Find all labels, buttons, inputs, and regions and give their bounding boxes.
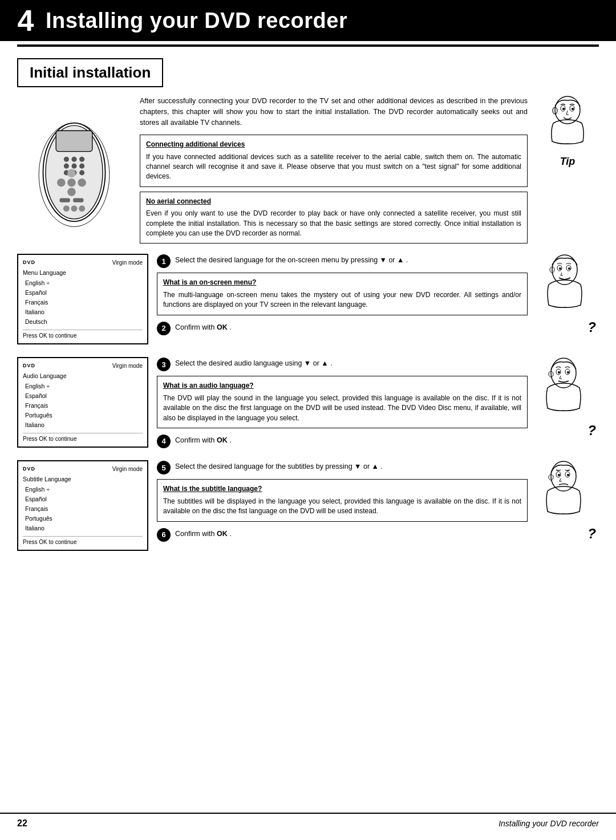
question-mark-2: ? bbox=[536, 423, 599, 439]
tip-area: Tip bbox=[536, 96, 599, 248]
screen1-lang-francais: Français bbox=[25, 298, 143, 307]
screen1-footer: Press OK to continue bbox=[23, 330, 143, 339]
tip-character-icon bbox=[542, 96, 593, 153]
connecting-devices-box: Connecting additional devices If you hav… bbox=[140, 135, 528, 187]
what-is-onscreen-text: The multi-language on-screen menu takes … bbox=[163, 290, 521, 310]
steps-section-2: DVD Virgin mode Audio Language English E… bbox=[17, 357, 599, 455]
header-underline bbox=[17, 44, 599, 47]
screen3-lang-italiano: Italiano bbox=[25, 524, 143, 533]
svg-point-8 bbox=[79, 163, 84, 168]
svg-point-21 bbox=[79, 205, 85, 212]
svg-point-7 bbox=[71, 163, 76, 168]
step-2-number: 2 bbox=[157, 322, 171, 335]
remote-illustration-area bbox=[17, 96, 131, 248]
svg-rect-2 bbox=[56, 131, 92, 151]
main-content: Initial installation bbox=[0, 58, 616, 558]
screen2-language-list: English Español Français Português Itali… bbox=[23, 382, 143, 429]
svg-point-32 bbox=[559, 267, 561, 270]
svg-point-45 bbox=[567, 474, 569, 476]
what-is-onscreen-box: What is an on-screen menu? The multi-lan… bbox=[157, 273, 528, 315]
screen2-lang-portugues: Português bbox=[25, 411, 143, 420]
step-5-number: 5 bbox=[157, 461, 171, 474]
svg-point-11 bbox=[79, 170, 84, 175]
svg-point-16 bbox=[67, 169, 76, 177]
svg-point-19 bbox=[63, 205, 70, 212]
character-1-icon bbox=[536, 254, 590, 316]
svg-point-14 bbox=[78, 178, 86, 187]
screen2-lang-francais: Français bbox=[25, 401, 143, 411]
screen1-mode: Virgin mode bbox=[112, 259, 143, 266]
what-is-onscreen-title: What is an on-screen menu? bbox=[163, 278, 521, 287]
section-title-box: Initial installation bbox=[17, 58, 163, 87]
screen3-lang-francais: Français bbox=[25, 504, 143, 514]
page-number: 22 bbox=[17, 818, 27, 829]
screen-mockup-1: DVD Virgin mode Menu Language English Es… bbox=[17, 254, 148, 344]
chapter-number: 4 bbox=[11, 6, 40, 35]
center-steps-3-4: 3 Select the desired audio language usin… bbox=[157, 357, 528, 455]
svg-point-12 bbox=[57, 178, 66, 187]
what-is-audio-title: What is an audio language? bbox=[163, 381, 521, 391]
step-6: 6 Confirm with OK . bbox=[157, 527, 528, 542]
svg-point-44 bbox=[558, 474, 560, 476]
connecting-devices-title: Connecting additional devices bbox=[146, 140, 521, 149]
connecting-devices-text: If you have connected additional devices… bbox=[146, 152, 521, 182]
step-4: 4 Confirm with OK . bbox=[157, 434, 528, 448]
screen2-lang-italiano: Italiano bbox=[25, 420, 143, 430]
intro-text: After successfully connecting your DVD r… bbox=[140, 96, 528, 128]
svg-point-5 bbox=[79, 156, 84, 161]
step-5: 5 Select the desired language for the su… bbox=[157, 460, 528, 474]
section-title: Initial installation bbox=[30, 64, 151, 82]
step-2-text: Confirm with OK . bbox=[175, 321, 528, 333]
screen-mockup-2: DVD Virgin mode Audio Language English E… bbox=[17, 357, 148, 448]
no-aerial-title: No aerial connected bbox=[146, 197, 521, 206]
step-3-text: Select the desired audio language using … bbox=[175, 357, 528, 369]
screen3-lang-portugues: Português bbox=[25, 514, 143, 524]
step-2: 2 Confirm with OK . bbox=[157, 321, 528, 335]
screen3-footer: Press OK to continue bbox=[23, 536, 143, 545]
page-header: 4 Installing your DVD recorder bbox=[0, 0, 616, 41]
svg-point-27 bbox=[572, 108, 574, 110]
step-1-number: 1 bbox=[157, 254, 171, 268]
screen2-menu-label: Audio Language bbox=[23, 372, 143, 379]
screen2-footer: Press OK to continue bbox=[23, 433, 143, 442]
svg-point-26 bbox=[562, 108, 565, 110]
tip-label: Tip bbox=[560, 156, 576, 168]
screen3-dvd-label: DVD bbox=[23, 466, 35, 472]
character-area-3: ? bbox=[536, 460, 599, 558]
screen2-mode: Virgin mode bbox=[112, 363, 143, 369]
screen2-dvd-label: DVD bbox=[23, 363, 35, 369]
screen3-menu-label: Subtitle Language bbox=[23, 476, 143, 482]
svg-point-4 bbox=[71, 156, 76, 161]
character-area-1: ? bbox=[536, 254, 599, 351]
step-3: 3 Select the desired audio language usin… bbox=[157, 357, 528, 371]
screen1-language-list: English Español Français Italiano Deutsc… bbox=[23, 278, 143, 326]
chapter-title: Installing your DVD recorder bbox=[46, 9, 347, 33]
what-is-subtitle-box: What is the subtitle language? The subti… bbox=[157, 479, 528, 521]
footer-chapter-title: Installing your DVD recorder bbox=[499, 819, 599, 828]
center-steps-5-6: 5 Select the desired language for the su… bbox=[157, 460, 528, 558]
svg-point-13 bbox=[67, 178, 76, 187]
screen-panel-2: DVD Virgin mode Audio Language English E… bbox=[17, 357, 148, 455]
no-aerial-box: No aerial connected Even if you only wan… bbox=[140, 192, 528, 244]
character-2-icon bbox=[536, 357, 590, 420]
step-1-text: Select the desired language for the on-s… bbox=[175, 254, 528, 266]
character-3-icon bbox=[536, 460, 590, 523]
question-mark-1: ? bbox=[536, 319, 599, 335]
svg-rect-18 bbox=[73, 198, 83, 202]
what-is-subtitle-text: The subtitles will be displayed in the l… bbox=[163, 497, 521, 517]
what-is-audio-text: The DVD will play the sound in the langu… bbox=[163, 393, 521, 423]
steps-section-3: DVD Virgin mode Subtitle Language Englis… bbox=[17, 460, 599, 558]
screen3-lang-english: English bbox=[25, 485, 143, 494]
step-3-number: 3 bbox=[157, 358, 171, 371]
steps-section-1: DVD Virgin mode Menu Language English Es… bbox=[17, 254, 599, 351]
svg-point-3 bbox=[64, 156, 69, 161]
question-mark-3: ? bbox=[536, 526, 599, 542]
screen1-lang-italiano: Italiano bbox=[25, 307, 143, 317]
screen3-language-list: English Español Français Português Itali… bbox=[23, 485, 143, 533]
no-aerial-text: Even if you only want to use the DVD rec… bbox=[146, 209, 521, 238]
remote-icon bbox=[23, 115, 125, 229]
screen3-mode: Virgin mode bbox=[112, 466, 143, 472]
step-4-number: 4 bbox=[157, 435, 171, 448]
page-footer: 22 Installing your DVD recorder bbox=[0, 813, 616, 829]
svg-point-33 bbox=[568, 267, 570, 270]
